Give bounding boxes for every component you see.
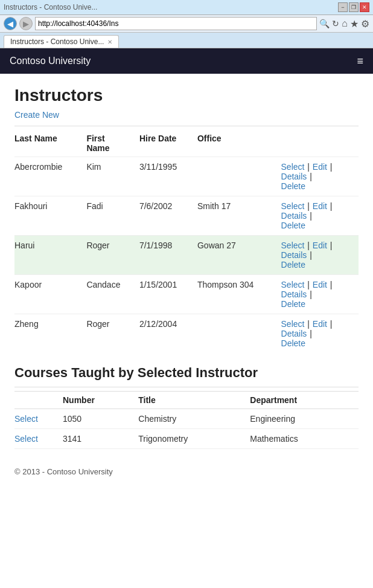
title-bar-controls: − ❐ ✕ bbox=[338, 2, 369, 12]
cell-actions: Select | Edit | Details | Delete bbox=[281, 196, 359, 236]
delete-link[interactable]: Delete bbox=[281, 181, 305, 191]
details-link[interactable]: Details bbox=[281, 211, 307, 221]
col-hire-date: Hire Date bbox=[139, 130, 197, 157]
col-first-name: FirstName bbox=[86, 130, 139, 157]
details-link[interactable]: Details bbox=[281, 289, 307, 299]
cell-office bbox=[197, 314, 281, 354]
select-link[interactable]: Select bbox=[281, 201, 305, 211]
action-links: Select | Edit | Details | Delete bbox=[281, 319, 354, 348]
cell-first-name: Roger bbox=[86, 236, 139, 275]
course-number: 3141 bbox=[63, 429, 138, 449]
table-row: Abercrombie Kim 3/11/1995 Select | Edit … bbox=[14, 157, 359, 196]
courses-header-row: Number Title Department bbox=[14, 392, 359, 409]
back-button[interactable]: ◀ bbox=[4, 17, 17, 30]
course-title: Trigonometry bbox=[138, 429, 250, 449]
cell-hire-date: 2/12/2004 bbox=[139, 314, 197, 354]
cell-actions: Select | Edit | Details | Delete bbox=[281, 236, 359, 275]
minimize-button[interactable]: − bbox=[338, 2, 348, 12]
course-row: Select 3141 Trigonometry Mathematics bbox=[14, 429, 359, 449]
delete-link[interactable]: Delete bbox=[281, 221, 305, 230]
table-row: Harui Roger 7/1/1998 Gowan 27 Select | E… bbox=[14, 236, 359, 275]
cell-first-name: Kim bbox=[86, 157, 139, 196]
address-bar: ◀ ▶ 🔍 ↻ ⌂ ★ ⚙ bbox=[0, 15, 373, 33]
edit-link[interactable]: Edit bbox=[313, 162, 327, 172]
col-last-name: Last Name bbox=[14, 130, 86, 157]
action-links: Select | Edit | Details | Delete bbox=[281, 280, 354, 309]
col-actions bbox=[281, 130, 359, 157]
courses-col-number: Number bbox=[63, 392, 138, 409]
tab-title: Instructors - Contoso Unive... bbox=[10, 37, 104, 46]
cell-last-name: Zheng bbox=[14, 314, 86, 354]
course-select-cell: Select bbox=[14, 429, 63, 449]
cell-office bbox=[197, 157, 281, 196]
course-select-link[interactable]: Select bbox=[14, 414, 38, 424]
select-link[interactable]: Select bbox=[281, 319, 305, 329]
cell-last-name: Kapoor bbox=[14, 275, 86, 314]
select-link[interactable]: Select bbox=[281, 241, 305, 250]
cell-first-name: Roger bbox=[86, 314, 139, 354]
cell-actions: Select | Edit | Details | Delete bbox=[281, 275, 359, 314]
course-row: Select 1050 Chemistry Engineering bbox=[14, 409, 359, 429]
restore-button[interactable]: ❐ bbox=[349, 2, 359, 12]
settings-icon[interactable]: ⚙ bbox=[361, 18, 369, 30]
course-title: Chemistry bbox=[138, 409, 250, 429]
cell-office: Smith 17 bbox=[197, 196, 281, 236]
active-tab[interactable]: Instructors - Contoso Unive... ✕ bbox=[4, 35, 119, 48]
divider bbox=[14, 126, 359, 126]
close-button[interactable]: ✕ bbox=[360, 2, 369, 12]
details-link[interactable]: Details bbox=[281, 329, 307, 338]
delete-link[interactable]: Delete bbox=[281, 338, 305, 348]
select-link[interactable]: Select bbox=[281, 280, 305, 289]
favorites-icon[interactable]: ★ bbox=[350, 18, 359, 30]
edit-link[interactable]: Edit bbox=[313, 280, 327, 289]
select-link[interactable]: Select bbox=[281, 162, 305, 172]
cell-actions: Select | Edit | Details | Delete bbox=[281, 157, 359, 196]
tab-close-button[interactable]: ✕ bbox=[107, 39, 112, 45]
cell-hire-date: 3/11/1995 bbox=[139, 157, 197, 196]
home-icon[interactable]: ⌂ bbox=[342, 18, 348, 30]
delete-link[interactable]: Delete bbox=[281, 299, 305, 309]
browser-window: Instructors - Contoso Unive... − ❐ ✕ ◀ ▶… bbox=[0, 0, 373, 588]
cell-office: Gowan 27 bbox=[197, 236, 281, 275]
courses-table: Number Title Department Select 1050 Chem… bbox=[14, 391, 359, 449]
tab-bar: Instructors - Contoso Unive... ✕ bbox=[0, 33, 373, 48]
courses-col-department: Department bbox=[250, 392, 359, 409]
app-title: Contoso University bbox=[10, 56, 91, 66]
instructors-table: Last Name FirstName Hire Date Office Abe… bbox=[14, 130, 359, 353]
delete-link[interactable]: Delete bbox=[281, 260, 305, 270]
cell-hire-date: 7/6/2002 bbox=[139, 196, 197, 236]
col-office: Office bbox=[197, 130, 281, 157]
refresh-icon[interactable]: ↻ bbox=[332, 19, 339, 28]
cell-hire-date: 1/15/2001 bbox=[139, 275, 197, 314]
page-title: Instructors bbox=[14, 86, 359, 105]
address-input[interactable] bbox=[35, 17, 317, 30]
cell-last-name: Harui bbox=[14, 236, 86, 275]
details-link[interactable]: Details bbox=[281, 250, 307, 260]
cell-last-name: Fakhouri bbox=[14, 196, 86, 236]
table-row: Kapoor Candace 1/15/2001 Thompson 304 Se… bbox=[14, 275, 359, 314]
main-content: Instructors Create New Last Name FirstNa… bbox=[0, 74, 373, 588]
details-link[interactable]: Details bbox=[281, 172, 307, 181]
search-icon[interactable]: 🔍 bbox=[319, 19, 330, 28]
cell-office: Thompson 304 bbox=[197, 275, 281, 314]
course-select-link[interactable]: Select bbox=[14, 434, 38, 444]
table-row: Zheng Roger 2/12/2004 Select | Edit | De… bbox=[14, 314, 359, 354]
cell-first-name: Candace bbox=[86, 275, 139, 314]
address-bar-icons: ⌂ ★ ⚙ bbox=[342, 18, 369, 30]
navbar: Contoso University ≡ bbox=[0, 48, 373, 74]
cell-first-name: Fadi bbox=[86, 196, 139, 236]
footer-text: © 2013 - Contoso University bbox=[14, 467, 113, 476]
edit-link[interactable]: Edit bbox=[313, 241, 327, 250]
edit-link[interactable]: Edit bbox=[313, 319, 327, 329]
course-department: Engineering bbox=[250, 409, 359, 429]
edit-link[interactable]: Edit bbox=[313, 201, 327, 211]
hamburger-menu-icon[interactable]: ≡ bbox=[357, 55, 363, 68]
title-bar: Instructors - Contoso Unive... − ❐ ✕ bbox=[0, 0, 373, 15]
action-links: Select | Edit | Details | Delete bbox=[281, 162, 354, 191]
footer: © 2013 - Contoso University bbox=[14, 467, 359, 476]
course-number: 1050 bbox=[63, 409, 138, 429]
courses-divider bbox=[14, 387, 359, 387]
cell-last-name: Abercrombie bbox=[14, 157, 86, 196]
create-new-link[interactable]: Create New bbox=[14, 110, 59, 120]
forward-button[interactable]: ▶ bbox=[19, 17, 33, 30]
